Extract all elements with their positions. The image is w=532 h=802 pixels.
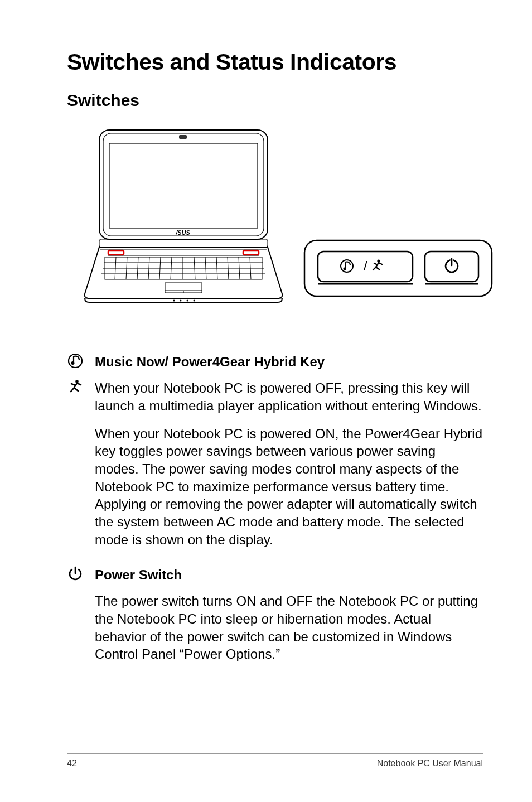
- svg-rect-7: [243, 250, 259, 255]
- power-body-p1: The power switch turns ON and OFF the No…: [95, 592, 483, 663]
- music-heading-text: Music Now/ Power4Gear Hybrid Key: [95, 353, 325, 370]
- svg-text:/: /: [364, 258, 367, 273]
- svg-rect-6: [108, 250, 124, 255]
- music-body-p1: When your Notebook PC is powered OFF, pr…: [95, 379, 483, 414]
- page-footer: 42 Notebook PC User Manual: [67, 753, 483, 769]
- runner-icon: [67, 379, 83, 395]
- svg-text:/SUS: /SUS: [175, 229, 190, 236]
- svg-point-32: [187, 300, 188, 302]
- section-subtitle: Switches: [67, 91, 483, 110]
- power-section-heading: Power Switch: [67, 566, 483, 583]
- svg-rect-42: [425, 252, 478, 282]
- svg-point-39: [344, 268, 346, 270]
- button-panel-illustration: /: [303, 239, 493, 303]
- svg-rect-3: [109, 143, 258, 228]
- page-number: 42: [67, 758, 77, 769]
- svg-rect-4: [99, 239, 268, 247]
- svg-rect-2: [179, 135, 187, 139]
- svg-point-31: [180, 300, 182, 302]
- svg-rect-1: [103, 133, 264, 236]
- manual-title: Notebook PC User Manual: [377, 758, 483, 769]
- music-section-heading: Music Now/ Power4Gear Hybrid Key: [67, 353, 483, 370]
- power-heading-text: Power Switch: [95, 566, 182, 583]
- svg-rect-0: [99, 130, 268, 239]
- svg-point-33: [194, 300, 195, 302]
- laptop-illustration: /SUS: [77, 129, 290, 303]
- music-now-icon: [67, 353, 83, 369]
- svg-point-48: [71, 361, 75, 365]
- figure-row: /SUS: [77, 129, 483, 303]
- music-body-p2: When your Notebook PC is powered ON, the…: [95, 425, 483, 549]
- svg-point-30: [173, 300, 175, 302]
- page-title: Switches and Status Indicators: [67, 49, 483, 75]
- svg-rect-35: [304, 240, 492, 296]
- power-icon: [67, 566, 83, 582]
